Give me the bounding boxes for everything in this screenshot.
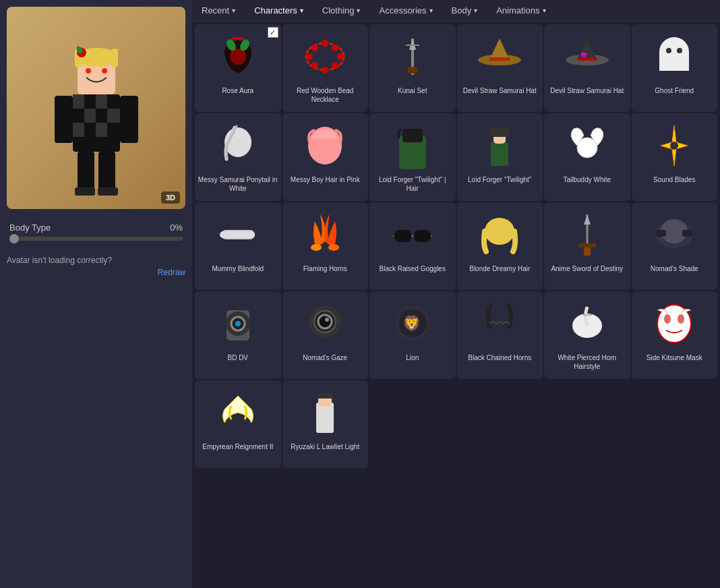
grid-item-anime-sword[interactable]: Anime Sword of Destiny <box>544 202 630 290</box>
grid-item-red-bead-necklace[interactable]: Red Wooden Bead Necklace <box>282 24 369 112</box>
avatar-figure <box>42 20 150 196</box>
empyrean-reignment-icon <box>211 386 265 440</box>
grid-item-label: Loid Forger "Twilight" | Hair <box>372 175 453 193</box>
svg-point-82 <box>325 318 329 322</box>
redraw-button[interactable]: Redraw <box>158 268 185 277</box>
grid-item-label: Mummy Blindfold <box>212 264 264 273</box>
kunai-set-icon <box>386 30 440 84</box>
svg-point-59 <box>311 244 322 251</box>
svg-rect-10 <box>111 49 118 67</box>
grid-item-kunai-set[interactable]: Kunai Set <box>369 24 456 112</box>
side-kitsune-mask-icon <box>647 297 701 351</box>
grid-item-flaming-horns[interactable]: Flaming Horns <box>282 202 369 290</box>
grid-item-label: Side Kitsune Mask <box>647 353 702 362</box>
svg-rect-1 <box>73 94 84 109</box>
grid-item-messy-samurai-ponytail[interactable]: Messy Samurai Ponytail in White <box>195 113 281 201</box>
sound-blades-icon <box>647 119 701 173</box>
chevron-down-icon: ▾ <box>300 7 303 14</box>
body-type-section: Body Type 0% <box>7 217 185 246</box>
svg-point-26 <box>332 45 338 51</box>
grid-item-label: Black Raised Goggles <box>380 264 446 273</box>
nav-item-body[interactable]: Body ▾ <box>442 0 487 22</box>
grid-item-label: Rose Aura <box>222 86 253 95</box>
svg-rect-69 <box>578 243 596 247</box>
grid-item-label: Black Chained Horns <box>468 353 531 362</box>
grid-item-loid-forger-hair[interactable]: Loid Forger "Twilight" | Hair <box>369 113 456 201</box>
chevron-down-icon: ▾ <box>474 7 477 14</box>
grid-item-label: Blonde Dreamy Hair <box>469 264 530 273</box>
rose-aura-icon <box>211 30 265 84</box>
body-type-slider[interactable] <box>9 237 183 241</box>
svg-rect-73 <box>656 230 666 237</box>
grid-item-bd-dv[interactable]: BD DV <box>195 291 281 379</box>
right-panel: Recent ▾ Characters ▾ Clothing ▾ Accesso… <box>192 0 720 588</box>
grid-item-label: Ghost Friend <box>655 86 694 95</box>
lion-icon: 🦁 <box>386 297 440 351</box>
svg-rect-58 <box>220 231 255 238</box>
grid-item-label: Kunai Set <box>398 86 427 95</box>
grid-item-label: Lion <box>406 353 419 362</box>
svg-rect-20 <box>98 187 118 196</box>
grid-item-ghost-friend[interactable]: Ghost Friend <box>632 24 718 112</box>
svg-rect-90 <box>316 403 334 433</box>
grid-item-lion[interactable]: 🦁Lion <box>369 291 456 379</box>
ghost-friend-icon <box>647 30 701 84</box>
flaming-horns-icon <box>298 208 352 262</box>
svg-point-46 <box>666 48 671 53</box>
svg-rect-61 <box>394 230 411 242</box>
grid-item-label: Empyrean Reignment II <box>202 442 273 451</box>
nav-item-recent[interactable]: Recent ▾ <box>192 0 245 22</box>
svg-point-31 <box>306 53 313 60</box>
red-bead-necklace-icon <box>298 30 352 84</box>
devil-straw-hat-2-icon: 👿 <box>560 30 614 84</box>
grid-item-nomads-shade[interactable]: Nomad's Shade <box>632 202 718 290</box>
grid-item-nomads-gaze[interactable]: Nomad's Gaze <box>282 291 369 379</box>
svg-rect-16 <box>98 152 115 189</box>
messy-samurai-ponytail-icon <box>211 119 265 173</box>
nomads-shade-icon <box>647 208 701 262</box>
avatar-error-text: Avatar isn't loading correctly? <box>7 256 185 265</box>
nav-item-accessories[interactable]: Accessories ▾ <box>369 0 442 22</box>
svg-point-28 <box>332 62 338 69</box>
grid-item-rose-aura[interactable]: ✓Rose Aura <box>195 24 281 112</box>
grid-item-label: Sound Blades <box>653 175 695 184</box>
grid-item-label: White Pierced Horn Hairstyle <box>547 353 628 371</box>
grid-item-label: Flaming Horns <box>303 264 347 273</box>
grid-item-label: Messy Boy Hair in Pink <box>291 175 360 184</box>
svg-rect-6 <box>96 123 107 137</box>
svg-point-47 <box>677 48 682 53</box>
grid-item-tailbuddy-white[interactable]: Tailbuddy White <box>544 113 630 201</box>
grid-item-black-chained-horns[interactable]: Black Chained Horns <box>457 291 543 379</box>
nav-item-animations[interactable]: Animations ▾ <box>487 0 555 22</box>
grid-item-loid-forger-full[interactable]: Loid Forger "Twilight" <box>457 113 543 201</box>
grid-item-label: Anime Sword of Destiny <box>551 264 623 273</box>
chevron-down-icon: ▾ <box>232 7 235 14</box>
black-goggles-icon <box>386 208 440 262</box>
grid-item-label: Red Wooden Bead Necklace <box>285 86 366 104</box>
svg-rect-3 <box>84 109 96 123</box>
grid-item-empyrean-reignment[interactable]: Empyrean Reignment II <box>195 380 281 468</box>
svg-rect-4 <box>107 109 120 123</box>
grid-item-devil-straw-hat-2[interactable]: 👿Devil Straw Samurai Hat <box>544 24 630 112</box>
chevron-down-icon: ▾ <box>543 7 546 14</box>
slider-thumb[interactable] <box>9 234 19 243</box>
grid-item-sound-blades[interactable]: Sound Blades <box>632 113 718 201</box>
grid-item-side-kitsune-mask[interactable]: Side Kitsune Mask <box>632 291 718 379</box>
grid-item-label: Nomad's Gaze <box>303 353 347 362</box>
svg-rect-52 <box>491 142 508 166</box>
svg-point-27 <box>337 53 344 60</box>
grid-item-devil-straw-hat-1[interactable]: Devil Straw Samurai Hat <box>457 24 543 112</box>
grid-item-blonde-dreamy-hair[interactable]: Blonde Dreamy Hair <box>457 202 543 290</box>
grid-item-ryuzaki-lawliet[interactable]: Ryuzaki L Lawliet Light <box>282 380 369 468</box>
blonde-dreamy-hair-icon <box>473 208 527 262</box>
item-checkbox[interactable]: ✓ <box>268 27 278 38</box>
nav-item-clothing[interactable]: Clothing ▾ <box>313 0 370 22</box>
grid-item-white-pierced-horn[interactable]: White Pierced Horn Hairstyle <box>544 291 630 379</box>
grid-item-black-goggles[interactable]: Black Raised Goggles <box>369 202 456 290</box>
nav-item-characters[interactable]: Characters ▾ <box>245 0 313 22</box>
grid-item-messy-boy-hair-pink[interactable]: Messy Boy Hair in Pink <box>282 113 369 201</box>
svg-marker-38 <box>489 38 510 60</box>
grid-item-mummy-blindfold[interactable]: Mummy Blindfold <box>195 202 281 290</box>
mummy-blindfold-icon <box>211 208 265 262</box>
chevron-down-icon: ▾ <box>357 7 360 14</box>
